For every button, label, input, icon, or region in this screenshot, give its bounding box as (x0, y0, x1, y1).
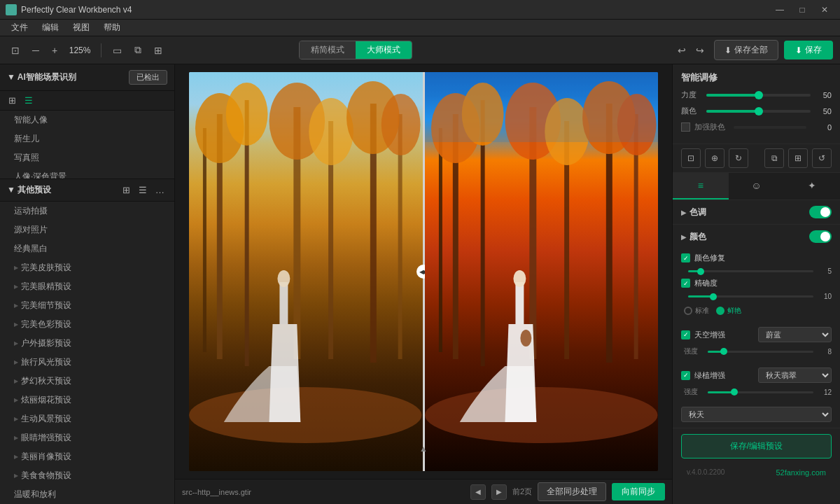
color-slider-track[interactable] (706, 110, 811, 113)
green-thumb[interactable] (731, 388, 738, 396)
other-beauty-portrait[interactable]: ▶ 美丽肖像预设 (0, 447, 174, 466)
color-fix-track[interactable] (688, 270, 813, 272)
other-grid-btn[interactable]: ⊞ (120, 183, 133, 197)
sky-track[interactable] (708, 351, 813, 353)
expert-mode-button[interactable]: 大师模式 (356, 41, 412, 59)
green-strength-label: 强度 (684, 387, 704, 397)
zoom-in-button[interactable]: + (48, 42, 62, 59)
undo-redo-group: ↩ ↪ (673, 42, 708, 59)
vivid-radio-circle (716, 307, 724, 315)
green-track[interactable] (708, 391, 813, 393)
hue-section: ▶ 颜色 ✓ 颜色修复 (673, 225, 840, 428)
grid-view-button[interactable]: ⊞ (6, 94, 19, 107)
other-source[interactable]: 源对照片 (0, 220, 174, 239)
svg-point-33 (513, 270, 526, 287)
tab-face[interactable]: ☺ (729, 173, 785, 200)
strength-slider-track[interactable] (706, 94, 811, 97)
accuracy-track[interactable] (688, 295, 813, 298)
save-preset-button[interactable]: 保存/编辑预设 (681, 434, 832, 458)
tone-header[interactable]: ▶ 色调 (673, 200, 840, 224)
other-dream-autumn[interactable]: ▶ 梦幻秋天预设 (0, 372, 174, 391)
save-all-button[interactable]: ⬇ 保存全部 (714, 40, 778, 60)
vivid-radio[interactable]: 鲜艳 (716, 306, 741, 316)
preset-smart-portrait[interactable]: 智能人像 (0, 111, 174, 130)
preset-portrait-photo[interactable]: 写真照 (0, 148, 174, 167)
accuracy-thumb[interactable] (710, 293, 717, 300)
fit-view-button[interactable]: ⊡ (7, 42, 24, 59)
other-outdoor-photo[interactable]: ▶ 户外摄影预设 (0, 334, 174, 353)
menu-help[interactable]: 帮助 (97, 20, 127, 35)
green-dropdown[interactable]: 秋天翡翠 (758, 368, 832, 383)
detected-button[interactable]: 已检出 (129, 70, 167, 85)
sky-thumb[interactable] (720, 348, 727, 355)
other-list-btn[interactable]: ☰ (136, 183, 150, 197)
sync-all-button[interactable]: 全部同步处理 (538, 482, 606, 501)
zoom-out-button[interactable]: ─ (28, 42, 43, 59)
forward-sync-button[interactable]: 向前同步 (612, 483, 665, 500)
split-view-button[interactable]: ⧉ (130, 41, 146, 59)
copy-tool[interactable]: ⧉ (764, 148, 784, 168)
accuracy-check[interactable]: ✓ (681, 279, 690, 288)
hue-toggle[interactable] (809, 230, 832, 243)
simple-mode-button[interactable]: 精简模式 (300, 41, 356, 59)
color-fix-thumb[interactable] (697, 268, 704, 275)
enhance-skin-checkbox[interactable] (681, 122, 690, 132)
strength-slider-thumb[interactable] (755, 91, 763, 99)
other-more-btn[interactable]: … (153, 183, 167, 197)
other-food[interactable]: ▶ 美食食物预设 (0, 466, 174, 485)
compare-view-button[interactable]: ⊞ (150, 42, 167, 59)
preset-newborn[interactable]: 新生儿 (0, 130, 174, 148)
reset-tool[interactable]: ↺ (812, 148, 832, 168)
other-skin[interactable]: ▶ 完美皮肤预设 (0, 258, 174, 277)
other-warm[interactable]: 温暖和放利 (0, 485, 174, 504)
other-sports[interactable]: 运动拍摄 (0, 202, 174, 220)
undo-button[interactable]: ↩ (673, 42, 690, 59)
other-detail[interactable]: ▶ 完美细节预设 (0, 296, 174, 315)
other-eye-enhance[interactable]: ▶ 眼睛增强预设 (0, 428, 174, 447)
svg-point-35 (520, 330, 531, 346)
close-button[interactable]: ✕ (815, 4, 834, 16)
sky-check[interactable]: ✓ (681, 330, 690, 340)
green-header: ✓ 绿植增强 秋天翡翠 (681, 368, 832, 383)
next-image-button[interactable]: ▶ (491, 484, 507, 500)
hue-header[interactable]: ▶ 颜色 (673, 225, 840, 248)
crop-tool[interactable]: ⊡ (681, 148, 701, 168)
right-panel: 智能调修 力度 50 颜色 50 (672, 64, 840, 504)
minimize-button[interactable]: — (770, 4, 790, 16)
maximize-button[interactable]: □ (792, 4, 812, 16)
other-bw[interactable]: 经典黑白 (0, 239, 174, 258)
svg-rect-32 (515, 282, 524, 324)
split-bottom-handle[interactable]: ▲ (419, 444, 428, 454)
sky-dropdown[interactable]: 蔚蓝 (758, 327, 832, 342)
list-view-button[interactable]: ☰ (22, 94, 36, 107)
other-eyes[interactable]: ▶ 完美眼精预设 (0, 277, 174, 296)
single-view-button[interactable]: ▭ (108, 42, 126, 59)
paste-tool[interactable]: ⊞ (788, 148, 808, 168)
tab-sliders[interactable]: ≡ (673, 173, 729, 200)
rotate-tool[interactable]: ↻ (729, 148, 748, 168)
save-button[interactable]: ⬇ 保存 (784, 41, 833, 59)
redo-button[interactable]: ↪ (692, 42, 708, 59)
tone-toggle[interactable] (809, 206, 832, 218)
color-slider-thumb[interactable] (755, 107, 763, 115)
menu-file[interactable]: 文件 (4, 20, 35, 35)
preset-dark-bg[interactable]: 人像·深色背景 (0, 167, 174, 178)
accuracy-header: ✓ 精确度 (681, 278, 832, 288)
prev-image-button[interactable]: ◀ (470, 484, 486, 500)
transform-tool[interactable]: ⊕ (705, 148, 724, 168)
other-fireworks[interactable]: ▶ 炫丽烟花预设 (0, 391, 174, 410)
menu-edit[interactable]: 编辑 (35, 20, 66, 35)
standard-radio[interactable]: 标准 (684, 306, 709, 316)
other-vivid-landscape[interactable]: ▶ 生动风景预设 (0, 410, 174, 428)
other-travel[interactable]: ▶ 旅行风光预设 (0, 353, 174, 372)
menu-view[interactable]: 视图 (66, 20, 97, 35)
ai-section-title[interactable]: ▼ AI智能场景识别 (7, 71, 76, 83)
green-check[interactable]: ✓ (681, 371, 690, 380)
season-dropdown[interactable]: 秋天 (681, 407, 832, 422)
tab-effects[interactable]: ✦ (784, 173, 840, 200)
mode-toggle: 精简模式 大师模式 (299, 41, 412, 59)
other-color[interactable]: ▶ 完美色彩预设 (0, 315, 174, 334)
other-section-title[interactable]: ▼ 其他预设 (7, 184, 51, 196)
color-fix-check[interactable]: ✓ (681, 253, 690, 262)
sky-strength-label: 强度 (684, 346, 704, 356)
